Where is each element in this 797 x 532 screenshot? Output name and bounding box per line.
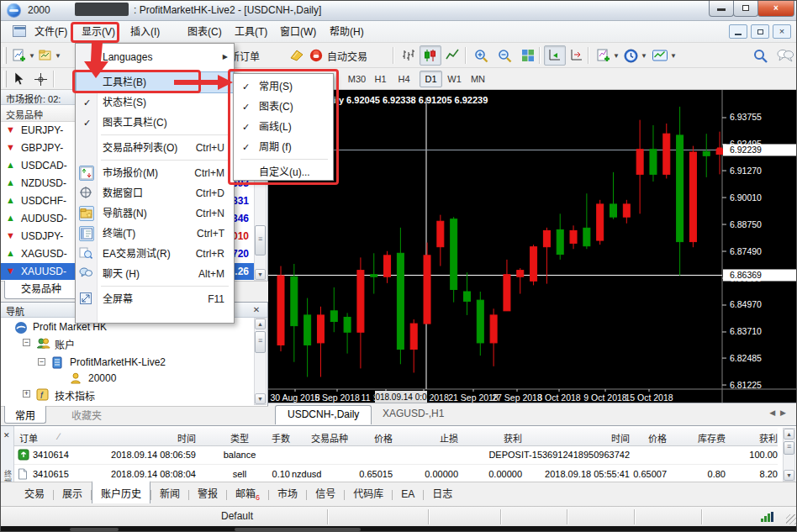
zoom-in-button[interactable] [470, 45, 493, 66]
menubar-item-6[interactable]: 窗口(W) [273, 24, 323, 40]
templates-button[interactable]: ▼ [648, 45, 680, 66]
terminal-column-header[interactable]: 库存费 [698, 431, 726, 445]
terminal-tab-6[interactable]: 邮箱6 [227, 482, 268, 505]
auto-scroll-button[interactable] [544, 45, 566, 66]
mdi-restore-button[interactable] [751, 24, 769, 39]
tab-symbols[interactable]: 交易品种 [4, 281, 78, 299]
terminal-row-2[interactable]: 34106152018.09.14 08:08:04sell0.10nzdusd… [14, 466, 778, 482]
cursor-button[interactable] [8, 69, 29, 89]
terminal-tab-9[interactable]: 代码库 [345, 482, 392, 503]
periods-button[interactable]: ▼ [620, 45, 651, 66]
timeframe-mn[interactable]: MN [467, 71, 489, 87]
nav-tree-item-5[interactable]: +f技术指标 [1, 387, 253, 402]
bar-chart-mode-button[interactable] [398, 45, 420, 66]
navigator-scrollbar[interactable]: ▲ ▼ [254, 318, 267, 405]
terminal-tab-8[interactable]: 信号 [307, 482, 344, 503]
chart-window[interactable]: 6.937556.924956.912706.900106.887506.874… [268, 90, 797, 403]
view-menu-item-10[interactable]: 导航器(N)Ctrl+N [77, 203, 233, 224]
scroll-down-icon[interactable]: ▼ [784, 470, 794, 481]
toolbars-submenu-item-3[interactable]: ✓画线(L) [235, 117, 332, 137]
toolbars-submenu-item-4[interactable]: ✓周期 (f) [235, 137, 332, 157]
terminal-column-header[interactable]: 手数 [272, 431, 290, 445]
close-button[interactable]: × [757, 1, 794, 17]
terminal-column-header[interactable]: 订单 [19, 431, 38, 445]
terminal-scrollbar[interactable]: ▲ ▼ [783, 428, 795, 482]
view-menu-item-11[interactable]: 终端(T)Ctrl+T [77, 224, 233, 244]
scroll-up-icon[interactable]: ▲ [784, 429, 794, 440]
profiles-button[interactable]: ▼ [34, 45, 65, 66]
terminal-tab-5[interactable]: 警报 [189, 482, 226, 503]
toolbar-grip[interactable] [3, 71, 7, 87]
resize-grip[interactable] [786, 514, 796, 524]
chart-shift-button[interactable] [566, 45, 588, 66]
terminal-column-header[interactable]: 止损 [440, 431, 458, 445]
crosshair-button[interactable] [30, 69, 51, 89]
expand-icon[interactable]: + [23, 390, 30, 398]
view-menu-item-1[interactable]: Languages▶ [77, 47, 233, 67]
view-menu-item-12[interactable]: EA交易测试(R)Ctrl+R [77, 244, 233, 264]
autotrading-button[interactable]: 自动交易 [305, 45, 371, 66]
scroll-down-icon[interactable]: ▼ [255, 269, 266, 280]
terminal-column-header[interactable]: 类型 [206, 431, 273, 445]
view-menu-item-2[interactable]: 工具栏(B)▶ [77, 72, 233, 92]
collapse-icon[interactable]: − [38, 358, 45, 366]
terminal-column-header[interactable]: 获利 [504, 431, 522, 445]
terminal-column-header[interactable]: 获利 [759, 431, 778, 445]
close-icon[interactable]: ✕ [3, 431, 10, 440]
restore-button[interactable] [733, 1, 758, 17]
timeframe-h4[interactable]: H4 [393, 71, 415, 87]
nav-tree-item-4[interactable]: 20000 [1, 371, 253, 386]
view-menu-item-9[interactable]: 数据窗口Ctrl+D [77, 183, 233, 203]
view-menu-item-3[interactable]: ✓状态栏(S) [77, 92, 233, 113]
view-menu-item-13[interactable]: 聊天 (H)Alt+M [77, 264, 233, 284]
tile-windows-button[interactable] [517, 45, 539, 66]
terminal-tab-10[interactable]: EA [393, 485, 423, 503]
chart-tab-2[interactable]: XAGUSD-,H1 [371, 405, 456, 424]
mdi-close-button[interactable]: × [773, 24, 791, 39]
column-symbol[interactable]: 交易品种 [6, 108, 43, 121]
tab-scroll-arrows[interactable]: ◀▶ [769, 408, 791, 417]
terminal-row-1[interactable]: 34106142018.09.14 08:06:59balanceDEPOSIT… [14, 446, 778, 465]
menubar-item-4[interactable]: 图表(C) [181, 24, 229, 40]
terminal-column-header[interactable]: 交易品种 [296, 431, 363, 445]
toolbar-grip[interactable] [3, 47, 7, 64]
view-menu-item-15[interactable]: 全屏幕F11 [77, 289, 233, 309]
toolbars-submenu-item-1[interactable]: ✓常用(S) [235, 76, 332, 97]
toolbars-submenu-item-6[interactable]: 自定义(u)... [235, 162, 332, 182]
timeframe-w1[interactable]: W1 [443, 71, 466, 87]
terminal-column-header[interactable]: 时间 [177, 431, 196, 445]
mdi-minimize-button[interactable] [729, 24, 747, 39]
close-icon[interactable]: ✕ [251, 304, 262, 316]
nav-tree-item-3[interactable]: −ProfitMarketHK-Live2 [1, 356, 253, 370]
menubar-item-7[interactable]: 帮助(H) [323, 24, 371, 40]
menubar-item-3[interactable]: 插入(I) [124, 24, 166, 40]
terminal-tab-7[interactable]: 市场 [269, 482, 306, 503]
menubar-item-2[interactable]: 显示(V) [75, 24, 122, 40]
terminal-tab-3[interactable]: 账户历史 [92, 481, 150, 503]
terminal-tab-11[interactable]: 日志 [424, 482, 461, 503]
minimize-button[interactable] [709, 1, 734, 17]
terminal-tab-1[interactable]: 交易 [16, 482, 53, 503]
terminal-column-header[interactable]: 价格 [648, 431, 667, 445]
timeframe-d1[interactable]: D1 [420, 71, 442, 87]
scroll-down-icon[interactable]: ▼ [255, 393, 266, 404]
timeframe-h1[interactable]: H1 [369, 71, 392, 87]
terminal-tab-2[interactable]: 展示 [54, 482, 91, 503]
scroll-up-icon[interactable]: ▲ [255, 319, 266, 329]
view-menu-item-8[interactable]: 市场报价(M)Ctrl+M [77, 163, 233, 183]
candle-chart-mode-button[interactable] [420, 45, 441, 66]
zoom-out-button[interactable] [494, 45, 516, 66]
line-chart-mode-button[interactable] [441, 45, 463, 66]
profile-label[interactable]: Default [221, 510, 253, 522]
chart-tab-1[interactable]: USDCNH-,Daily [275, 405, 372, 424]
view-menu-item-6[interactable]: 交易品种列表(O)Ctrl+U [77, 138, 233, 158]
timeframe-m30[interactable]: M30 [346, 71, 368, 87]
indicators-button[interactable]: ▼ [593, 45, 623, 66]
nav-tree-item-2[interactable]: −账户 [1, 336, 253, 350]
search-button[interactable] [749, 45, 772, 66]
toolbars-submenu-item-2[interactable]: ✓图表(C) [235, 97, 332, 117]
navigator-tab-2[interactable]: 收藏夹 [61, 406, 112, 424]
chat-button[interactable] [773, 45, 797, 66]
terminal-column-header[interactable]: 时间 [611, 431, 630, 445]
terminal-column-header[interactable]: 价格 [374, 431, 393, 445]
